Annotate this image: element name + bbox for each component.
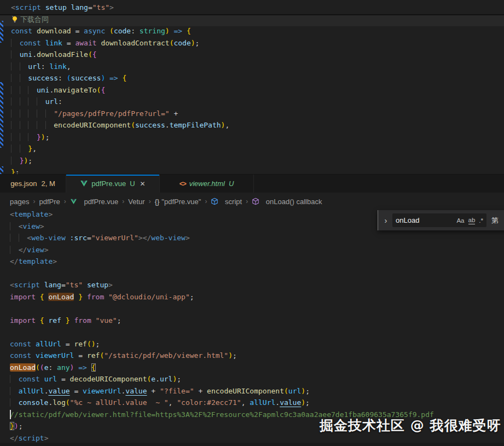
breadcrumb: pages › pdfPre › pdfPre.vue › Vetur › {}… <box>0 193 504 210</box>
code-line: const download = async (code: string) =>… <box>11 25 504 37</box>
match-case-toggle[interactable]: Aa <box>456 217 464 224</box>
code-line: const link = await downloadContract(code… <box>11 37 504 49</box>
code-line: onLoad((e: any) => { <box>10 362 504 374</box>
chevron-right-icon: › <box>149 198 151 205</box>
lightbulb-icon <box>11 15 20 24</box>
code-line: uni.downloadFile({ <box>11 49 504 61</box>
code-line: }, <box>11 143 504 155</box>
tab-pages-json[interactable]: ges.json 2, M <box>0 175 66 193</box>
code-line: const url = decodeURIComponent(e.url); <box>10 373 504 385</box>
regex-toggle[interactable]: .* <box>479 217 483 224</box>
code-line: }); <box>11 131 504 143</box>
code-line <box>10 326 504 338</box>
html-icon: <> <box>179 180 186 188</box>
find-widget: › onLoad Aa ab .* 第 <box>378 210 504 230</box>
breadcrumb-item-onload-callback[interactable]: onLoad() callback <box>252 181 322 222</box>
tab-label: ges.json <box>10 179 37 188</box>
chevron-right-icon: › <box>246 198 248 205</box>
toggle-replace-chevron-icon[interactable]: › <box>381 216 390 225</box>
code-line: url: link, <box>11 61 504 73</box>
code-line: uni.navigateTo({ <box>11 84 504 96</box>
code-line: const viewerUrl = ref("/static/pdf/web/v… <box>10 350 504 362</box>
top-editor[interactable]: <script setup lang="ts">下载合同const downlo… <box>0 0 504 174</box>
code-line: 下载合同 <box>11 14 504 26</box>
tab-git-badge: 2, M <box>42 179 55 188</box>
code-line: }); <box>11 155 504 167</box>
bottom-edge-strip <box>0 443 504 446</box>
sticky-scroll-shadow <box>0 14 504 15</box>
chevron-right-icon: › <box>64 198 66 205</box>
code-line: const allUrl = ref(); <box>10 338 504 350</box>
code-line: <script lang="ts" setup> <box>10 279 504 291</box>
breadcrumb-item-script[interactable]: script <box>211 181 242 222</box>
code-line: "/pages/pdfPre/pdfPre?url=" + <box>11 108 504 120</box>
find-query-text: onLoad <box>396 216 453 224</box>
callback-cube-icon <box>252 181 264 222</box>
tab-git-badge: U <box>130 179 135 188</box>
whole-word-toggle[interactable]: ab <box>468 217 476 224</box>
code-line: url: <box>11 96 504 108</box>
braces-icon: {} <box>155 198 160 206</box>
code-line: </view> <box>10 244 504 256</box>
code-line <box>10 303 504 315</box>
code-line: console.log("%c ~ allUrl.value ~ ", "col… <box>10 397 504 409</box>
module-cube-icon <box>211 181 223 222</box>
code-line: </template> <box>10 256 504 268</box>
breadcrumb-item-object[interactable]: {} "pdfPre.vue" <box>155 198 201 206</box>
code-line: import { ref } from "vue"; <box>10 315 504 327</box>
bottom-editor[interactable]: <template> <view> <web-view :src="viewer… <box>0 210 504 443</box>
find-input[interactable]: onLoad Aa ab .* <box>392 213 486 227</box>
vue-icon <box>70 182 82 222</box>
breadcrumb-item-file[interactable]: pdfPre.vue <box>70 182 119 222</box>
code-line: success: (success) => { <box>11 72 504 84</box>
top-editor-code: <script setup lang="ts">下载合同const downlo… <box>0 0 504 174</box>
bottom-editor-code: <template> <view> <web-view :src="viewer… <box>0 210 504 443</box>
breadcrumb-item-pages[interactable]: pages <box>10 198 29 206</box>
code-line: <script setup lang="ts"> <box>11 2 504 14</box>
code-line: allUrl.value = viewerUrl.value + "?file=… <box>10 385 504 397</box>
watermark-text: 掘金技术社区 @ 我很难受呀 <box>320 416 501 435</box>
chevron-right-icon: › <box>122 198 124 205</box>
code-line: import { onLoad } from "@dcloudio/uni-ap… <box>10 291 504 303</box>
code-line <box>10 268 504 280</box>
breadcrumb-item-pdfpre[interactable]: pdfPre <box>39 198 60 206</box>
code-line: encodeURIComponent(success.tempFilePath)… <box>11 119 504 131</box>
chevron-right-icon: › <box>33 198 35 205</box>
find-result-count: 第 <box>491 216 499 225</box>
breadcrumb-item-vetur[interactable]: Vetur <box>128 198 144 206</box>
code-line: <web-view :src="viewerUrl"></web-view> <box>10 232 504 244</box>
code-line: }; <box>11 166 504 174</box>
close-icon[interactable]: ✕ <box>140 180 146 188</box>
chevron-right-icon: › <box>205 198 207 205</box>
